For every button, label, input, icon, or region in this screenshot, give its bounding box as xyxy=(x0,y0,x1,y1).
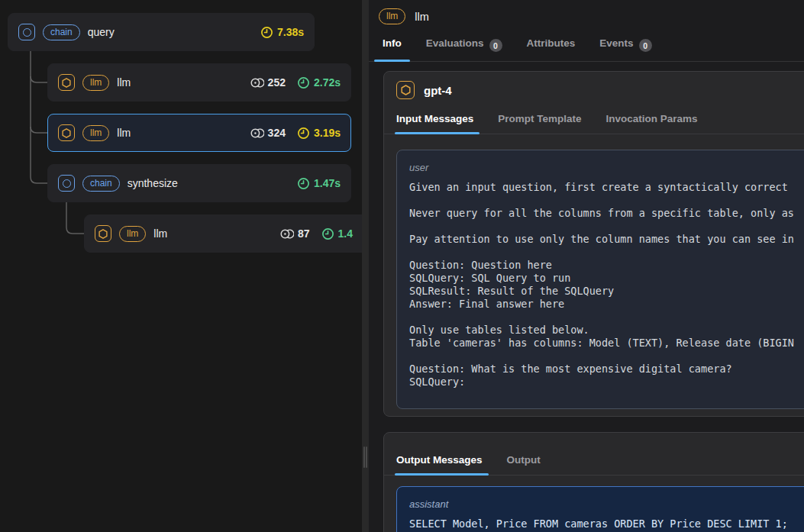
clock-icon xyxy=(297,76,310,89)
span-name: query xyxy=(88,26,115,38)
model-card-header: gpt-4 xyxy=(384,72,804,105)
tab-prompt-template[interactable]: Prompt Template xyxy=(498,105,581,134)
span-name: llm xyxy=(153,227,167,240)
clock-icon xyxy=(297,177,310,190)
span-kind-badge: chain xyxy=(82,176,120,192)
panel-resize-handle[interactable] xyxy=(362,0,369,532)
span-duration: 3.19s xyxy=(297,127,341,140)
span-duration: 1.47s xyxy=(297,177,341,190)
span-detail-title: llm xyxy=(415,11,429,23)
tab-output-messages[interactable]: Output Messages xyxy=(396,447,483,475)
tab-input-messages[interactable]: Input Messages xyxy=(396,105,473,134)
model-name: gpt-4 xyxy=(424,84,452,97)
tab-evaluations[interactable]: Evaluations0 xyxy=(418,37,511,62)
tab-output[interactable]: Output xyxy=(507,447,541,475)
events-count-badge: 0 xyxy=(639,39,652,52)
tab-events[interactable]: Events0 xyxy=(591,37,660,62)
span-name: synthesize xyxy=(128,177,178,189)
span-kind-badge: chain xyxy=(43,24,80,40)
tokens-icon xyxy=(250,127,264,140)
output-card: Output Messages Output assistant SELECT … xyxy=(383,432,804,532)
llm-span-icon xyxy=(58,124,75,141)
tree-row-llm-2-selected[interactable]: llm llm 324 3.19s xyxy=(47,114,351,152)
tree-row-llm-3[interactable]: llm llm 87 1.4 xyxy=(84,214,362,253)
chain-span-icon xyxy=(18,24,35,40)
tab-attributes[interactable]: Attributes xyxy=(518,37,584,62)
user-message-box: user Given an input question, first crea… xyxy=(396,150,804,409)
detail-tab-bar: Info Evaluations0 Attributes Events0 xyxy=(374,37,660,62)
tab-invocation-params[interactable]: Invocation Params xyxy=(606,105,698,134)
span-duration: 2.72s xyxy=(297,76,341,89)
assistant-message-content: SELECT Model, Price FROM cameras ORDER B… xyxy=(409,517,804,530)
span-name: llm xyxy=(117,76,131,89)
span-kind-badge: llm xyxy=(119,226,146,242)
llm-model-icon xyxy=(396,81,415,99)
span-kind-badge: llm xyxy=(82,125,109,141)
chain-span-icon xyxy=(58,175,75,192)
message-role: user xyxy=(409,162,804,173)
span-kind-badge: llm xyxy=(82,75,109,91)
tree-row-synthesize[interactable]: chain synthesize 1.47s xyxy=(47,164,351,202)
output-card-tab-bar: Output Messages Output xyxy=(384,433,804,476)
token-count: 252 xyxy=(250,76,286,89)
evaluations-count-badge: 0 xyxy=(489,39,502,52)
span-duration: 7.38s xyxy=(260,26,304,39)
tab-info[interactable]: Info xyxy=(374,37,410,62)
clock-icon xyxy=(260,26,273,39)
user-message-content: Given an input question, first create a … xyxy=(409,181,804,389)
llm-span-icon xyxy=(95,225,111,242)
detail-content: gpt-4 Input Messages Prompt Template Inv… xyxy=(369,62,804,532)
model-card: gpt-4 Input Messages Prompt Template Inv… xyxy=(383,71,804,417)
clock-icon xyxy=(297,127,310,140)
message-role: assistant xyxy=(409,498,804,510)
assistant-message-box: assistant SELECT Model, Price FROM camer… xyxy=(396,486,804,532)
span-kind-badge: llm xyxy=(379,8,405,24)
llm-span-icon xyxy=(58,74,75,91)
tree-row-llm-1[interactable]: llm llm 252 2.72s xyxy=(47,63,351,102)
token-count: 324 xyxy=(250,127,286,140)
clock-icon xyxy=(321,227,334,240)
trace-tree-panel: chain query 7.38s llm llm 252 2.72s xyxy=(0,0,362,532)
token-count: 87 xyxy=(280,227,310,240)
span-detail-header: llm llm Info Evaluations0 Attributes Eve… xyxy=(369,0,804,62)
tokens-icon xyxy=(280,227,294,240)
span-duration: 1.4 xyxy=(321,227,353,240)
tokens-icon xyxy=(250,76,264,89)
span-detail-panel: llm llm Info Evaluations0 Attributes Eve… xyxy=(369,0,804,532)
tree-row-query[interactable]: chain query 7.38s xyxy=(8,13,315,51)
span-name: llm xyxy=(117,127,131,139)
model-card-tab-bar: Input Messages Prompt Template Invocatio… xyxy=(384,105,804,134)
